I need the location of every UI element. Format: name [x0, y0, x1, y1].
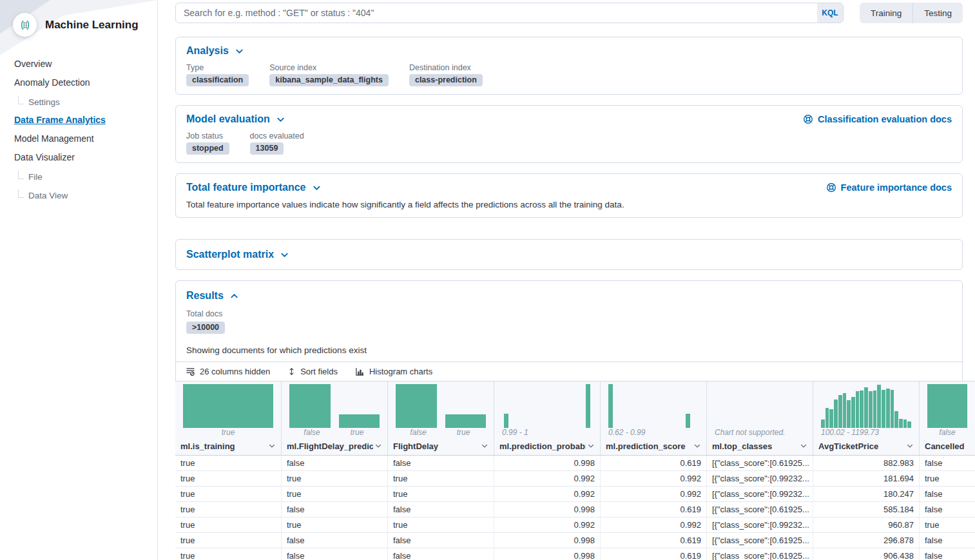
table-cell[interactable]: false [920, 533, 975, 548]
column-actions-chevron-icon[interactable] [268, 442, 276, 450]
table-cell[interactable]: false [282, 456, 388, 471]
model-evaluation-title[interactable]: Model evaluation [186, 113, 285, 125]
sidebar-item-data-view[interactable]: Data View [18, 189, 157, 201]
scatterplot-matrix-title[interactable]: Scatterplot matrix [186, 249, 952, 260]
table-cell[interactable]: false [282, 548, 388, 560]
table-cell[interactable]: 180.247 [813, 487, 920, 502]
column-actions-chevron-icon[interactable] [587, 442, 595, 450]
column-actions-chevron-icon[interactable] [374, 442, 382, 450]
kql-button[interactable]: KQL [817, 3, 843, 23]
table-cell[interactable]: false [388, 456, 494, 471]
histogram-bar-label: false [289, 428, 334, 440]
table-cell[interactable]: 0.998 [494, 548, 601, 560]
table-cell[interactable]: 0.992 [494, 517, 601, 533]
table-cell[interactable]: true [175, 517, 282, 533]
table-cell[interactable]: false [388, 502, 494, 517]
results-title[interactable]: Results [186, 290, 952, 302]
field-value-badge: classification [186, 74, 249, 86]
table-cell[interactable]: false [920, 456, 975, 471]
column-actions-chevron-icon[interactable] [693, 442, 701, 450]
sidebar-item-anomaly-detection[interactable]: Anomaly Detection [14, 77, 157, 88]
training-button[interactable]: Training [860, 3, 912, 23]
table-cell[interactable]: [{"class_score":[0.61925... [707, 548, 813, 560]
histogram-axis-label: Chart not supported. [707, 428, 813, 440]
sidebar-item-data-visualizer[interactable]: Data Visualizer [14, 152, 157, 162]
table-cell[interactable]: true [920, 471, 975, 487]
table-cell[interactable]: true [282, 517, 388, 533]
table-cell[interactable]: [{"class_score":[0.61925... [707, 502, 813, 517]
table-cell[interactable]: true [175, 533, 282, 548]
table-cell[interactable]: 882.983 [813, 456, 920, 471]
classification-evaluation-docs-link[interactable]: Classification evaluation docs [803, 114, 952, 124]
column-actions-chevron-icon[interactable] [481, 442, 488, 450]
columns-hidden-button[interactable]: 26 columns hidden [186, 367, 270, 376]
column-name-row: AvgTicketPrice [813, 440, 919, 455]
table-cell[interactable]: 0.619 [601, 533, 707, 548]
table-cell[interactable]: false [920, 502, 975, 517]
sidebar-item-overview[interactable]: Overview [14, 59, 157, 69]
table-cell[interactable]: 0.998 [494, 502, 601, 517]
table-cell[interactable]: [{"class_score":[0.99232... [707, 517, 813, 533]
table-cell[interactable]: true [175, 548, 282, 560]
feature-importance-title[interactable]: Total feature importance [186, 182, 322, 193]
sidebar-item-data-frame-analytics[interactable]: Data Frame Analytics [14, 115, 157, 125]
sidebar-item-file[interactable]: File [18, 171, 157, 182]
sidebar-item-settings[interactable]: Settings [18, 96, 157, 108]
model-evaluation-fields: Job statusstoppeddocs evaluated13059 [186, 131, 952, 155]
table-cell[interactable]: true [388, 487, 494, 502]
sort-fields-button[interactable]: Sort fields [287, 367, 338, 376]
table-cell[interactable]: 0.619 [601, 548, 707, 560]
field-label: docs evaluated [250, 131, 304, 140]
table-cell[interactable]: 0.992 [601, 517, 707, 533]
table-cell[interactable]: 0.992 [494, 487, 601, 502]
table-cell[interactable]: true [282, 471, 388, 487]
table-cell[interactable]: 0.998 [494, 533, 601, 548]
table-cell[interactable]: true [282, 487, 388, 502]
column-actions-chevron-icon[interactable] [906, 442, 914, 450]
table-cell[interactable]: true [175, 502, 282, 517]
table-cell[interactable]: true [920, 517, 975, 533]
histogram-axis-label: 0.62 - 0.99 [601, 428, 706, 440]
table-cell[interactable]: 0.992 [494, 471, 601, 487]
table-cell[interactable]: 296.878 [813, 533, 920, 548]
search-input[interactable] [175, 3, 844, 23]
column-histogram-chart [920, 381, 975, 428]
table-cell[interactable]: 0.998 [494, 456, 601, 471]
histogram-charts-icon [355, 367, 365, 376]
table-cell[interactable]: 0.992 [601, 487, 707, 502]
table-cell[interactable]: 181.694 [813, 471, 920, 487]
sidebar-item-label: Data View [28, 191, 68, 201]
table-cell[interactable]: true [175, 487, 282, 502]
table-cell[interactable]: 0.992 [601, 471, 707, 487]
table-cell[interactable]: true [388, 517, 494, 533]
column-actions-chevron-icon[interactable] [800, 442, 807, 450]
histogram-charts-button[interactable]: Histogram charts [355, 367, 432, 376]
total-docs-label: Total docs [186, 309, 952, 318]
table-cell[interactable]: false [388, 548, 494, 560]
table-cell[interactable]: 585.184 [813, 502, 920, 517]
analysis-title[interactable]: Analysis [186, 45, 244, 57]
feature-importance-docs-link[interactable]: Feature importance docs [826, 182, 952, 193]
table-cell[interactable]: 960.87 [813, 517, 920, 533]
table-cell[interactable]: 906.438 [813, 548, 920, 560]
table-cell[interactable]: [{"class_score":[0.99232... [707, 471, 813, 487]
histogram-bar [339, 414, 380, 428]
table-cell[interactable]: 0.619 [601, 456, 707, 471]
table-cell[interactable]: false [282, 533, 388, 548]
columns-hidden-icon [186, 367, 195, 376]
table-cell[interactable]: 0.619 [601, 502, 707, 517]
sidebar-item-model-management[interactable]: Model Management [14, 133, 157, 144]
table-cell[interactable]: [{"class_score":[0.61925... [707, 456, 813, 471]
table-cell[interactable]: true [388, 471, 494, 487]
table-cell[interactable]: [{"class_score":[0.61925... [707, 533, 813, 548]
testing-button[interactable]: Testing [912, 3, 963, 23]
table-cell[interactable]: false [920, 487, 975, 502]
column-name: ml.top_classes [712, 441, 772, 451]
table-cell[interactable]: false [282, 502, 388, 517]
table-cell[interactable]: false [388, 533, 494, 548]
table-cell[interactable]: true [175, 471, 282, 487]
table-cell[interactable]: false [920, 548, 975, 560]
table-cell[interactable]: [{"class_score":[0.99232... [707, 487, 813, 502]
histogram-bar-label: true [441, 428, 486, 440]
table-cell[interactable]: true [175, 456, 282, 471]
